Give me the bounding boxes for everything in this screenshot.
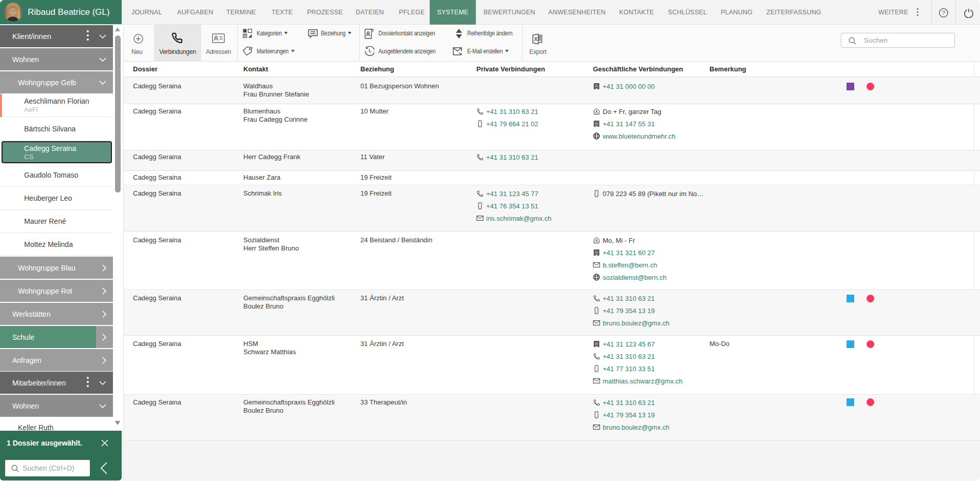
svg-text:X: X (534, 36, 537, 42)
svg-text:?: ? (942, 10, 945, 16)
